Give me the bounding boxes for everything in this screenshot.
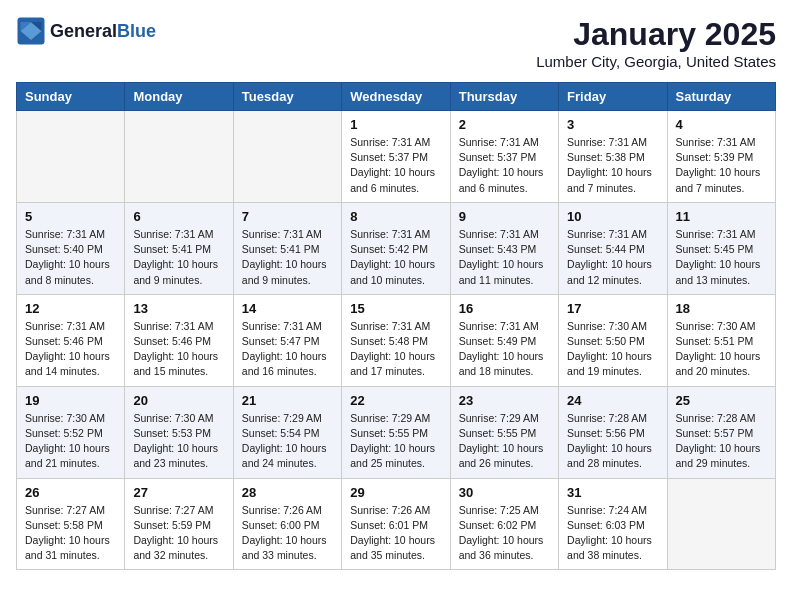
cell-content: Sunrise: 7:28 AM Sunset: 5:57 PM Dayligh… bbox=[676, 411, 767, 472]
calendar-cell: 23Sunrise: 7:29 AM Sunset: 5:55 PM Dayli… bbox=[450, 386, 558, 478]
cell-content: Sunrise: 7:29 AM Sunset: 5:55 PM Dayligh… bbox=[459, 411, 550, 472]
calendar-cell: 31Sunrise: 7:24 AM Sunset: 6:03 PM Dayli… bbox=[559, 478, 667, 570]
day-number: 28 bbox=[242, 485, 333, 500]
logo-blue-text: Blue bbox=[117, 21, 156, 41]
day-number: 15 bbox=[350, 301, 441, 316]
calendar-cell bbox=[17, 111, 125, 203]
day-number: 30 bbox=[459, 485, 550, 500]
day-number: 2 bbox=[459, 117, 550, 132]
day-number: 13 bbox=[133, 301, 224, 316]
day-number: 21 bbox=[242, 393, 333, 408]
cell-content: Sunrise: 7:31 AM Sunset: 5:49 PM Dayligh… bbox=[459, 319, 550, 380]
cell-content: Sunrise: 7:30 AM Sunset: 5:50 PM Dayligh… bbox=[567, 319, 658, 380]
col-header-monday: Monday bbox=[125, 83, 233, 111]
cell-content: Sunrise: 7:24 AM Sunset: 6:03 PM Dayligh… bbox=[567, 503, 658, 564]
day-number: 23 bbox=[459, 393, 550, 408]
page-header: GeneralBlue January 2025 Lumber City, Ge… bbox=[16, 16, 776, 70]
cell-content: Sunrise: 7:31 AM Sunset: 5:41 PM Dayligh… bbox=[133, 227, 224, 288]
calendar-cell: 12Sunrise: 7:31 AM Sunset: 5:46 PM Dayli… bbox=[17, 294, 125, 386]
calendar-cell: 30Sunrise: 7:25 AM Sunset: 6:02 PM Dayli… bbox=[450, 478, 558, 570]
calendar-cell: 20Sunrise: 7:30 AM Sunset: 5:53 PM Dayli… bbox=[125, 386, 233, 478]
day-number: 5 bbox=[25, 209, 116, 224]
calendar-cell: 28Sunrise: 7:26 AM Sunset: 6:00 PM Dayli… bbox=[233, 478, 341, 570]
day-number: 31 bbox=[567, 485, 658, 500]
col-header-wednesday: Wednesday bbox=[342, 83, 450, 111]
calendar-week-row: 5Sunrise: 7:31 AM Sunset: 5:40 PM Daylig… bbox=[17, 202, 776, 294]
calendar-header-row: SundayMondayTuesdayWednesdayThursdayFrid… bbox=[17, 83, 776, 111]
calendar-cell: 7Sunrise: 7:31 AM Sunset: 5:41 PM Daylig… bbox=[233, 202, 341, 294]
col-header-tuesday: Tuesday bbox=[233, 83, 341, 111]
calendar-cell: 11Sunrise: 7:31 AM Sunset: 5:45 PM Dayli… bbox=[667, 202, 775, 294]
cell-content: Sunrise: 7:31 AM Sunset: 5:48 PM Dayligh… bbox=[350, 319, 441, 380]
day-number: 10 bbox=[567, 209, 658, 224]
cell-content: Sunrise: 7:25 AM Sunset: 6:02 PM Dayligh… bbox=[459, 503, 550, 564]
cell-content: Sunrise: 7:29 AM Sunset: 5:55 PM Dayligh… bbox=[350, 411, 441, 472]
calendar-cell: 9Sunrise: 7:31 AM Sunset: 5:43 PM Daylig… bbox=[450, 202, 558, 294]
day-number: 12 bbox=[25, 301, 116, 316]
calendar-cell: 29Sunrise: 7:26 AM Sunset: 6:01 PM Dayli… bbox=[342, 478, 450, 570]
day-number: 7 bbox=[242, 209, 333, 224]
day-number: 17 bbox=[567, 301, 658, 316]
logo: GeneralBlue bbox=[16, 16, 156, 46]
calendar-cell bbox=[125, 111, 233, 203]
location-title: Lumber City, Georgia, United States bbox=[536, 53, 776, 70]
calendar-week-row: 12Sunrise: 7:31 AM Sunset: 5:46 PM Dayli… bbox=[17, 294, 776, 386]
calendar-cell: 24Sunrise: 7:28 AM Sunset: 5:56 PM Dayli… bbox=[559, 386, 667, 478]
day-number: 24 bbox=[567, 393, 658, 408]
cell-content: Sunrise: 7:28 AM Sunset: 5:56 PM Dayligh… bbox=[567, 411, 658, 472]
logo-general-text: General bbox=[50, 21, 117, 41]
calendar-cell bbox=[667, 478, 775, 570]
calendar-week-row: 19Sunrise: 7:30 AM Sunset: 5:52 PM Dayli… bbox=[17, 386, 776, 478]
calendar-cell: 16Sunrise: 7:31 AM Sunset: 5:49 PM Dayli… bbox=[450, 294, 558, 386]
day-number: 19 bbox=[25, 393, 116, 408]
cell-content: Sunrise: 7:31 AM Sunset: 5:45 PM Dayligh… bbox=[676, 227, 767, 288]
day-number: 1 bbox=[350, 117, 441, 132]
day-number: 18 bbox=[676, 301, 767, 316]
calendar-cell: 10Sunrise: 7:31 AM Sunset: 5:44 PM Dayli… bbox=[559, 202, 667, 294]
day-number: 25 bbox=[676, 393, 767, 408]
cell-content: Sunrise: 7:30 AM Sunset: 5:53 PM Dayligh… bbox=[133, 411, 224, 472]
day-number: 14 bbox=[242, 301, 333, 316]
calendar-cell: 4Sunrise: 7:31 AM Sunset: 5:39 PM Daylig… bbox=[667, 111, 775, 203]
day-number: 26 bbox=[25, 485, 116, 500]
cell-content: Sunrise: 7:27 AM Sunset: 5:59 PM Dayligh… bbox=[133, 503, 224, 564]
calendar-table: SundayMondayTuesdayWednesdayThursdayFrid… bbox=[16, 82, 776, 570]
col-header-sunday: Sunday bbox=[17, 83, 125, 111]
logo-icon bbox=[16, 16, 46, 46]
calendar-cell: 3Sunrise: 7:31 AM Sunset: 5:38 PM Daylig… bbox=[559, 111, 667, 203]
calendar-cell: 5Sunrise: 7:31 AM Sunset: 5:40 PM Daylig… bbox=[17, 202, 125, 294]
calendar-cell: 14Sunrise: 7:31 AM Sunset: 5:47 PM Dayli… bbox=[233, 294, 341, 386]
col-header-friday: Friday bbox=[559, 83, 667, 111]
cell-content: Sunrise: 7:31 AM Sunset: 5:40 PM Dayligh… bbox=[25, 227, 116, 288]
calendar-week-row: 1Sunrise: 7:31 AM Sunset: 5:37 PM Daylig… bbox=[17, 111, 776, 203]
cell-content: Sunrise: 7:31 AM Sunset: 5:41 PM Dayligh… bbox=[242, 227, 333, 288]
calendar-cell: 2Sunrise: 7:31 AM Sunset: 5:37 PM Daylig… bbox=[450, 111, 558, 203]
cell-content: Sunrise: 7:31 AM Sunset: 5:39 PM Dayligh… bbox=[676, 135, 767, 196]
cell-content: Sunrise: 7:30 AM Sunset: 5:51 PM Dayligh… bbox=[676, 319, 767, 380]
title-block: January 2025 Lumber City, Georgia, Unite… bbox=[536, 16, 776, 70]
cell-content: Sunrise: 7:31 AM Sunset: 5:46 PM Dayligh… bbox=[25, 319, 116, 380]
col-header-saturday: Saturday bbox=[667, 83, 775, 111]
calendar-cell: 21Sunrise: 7:29 AM Sunset: 5:54 PM Dayli… bbox=[233, 386, 341, 478]
calendar-cell: 26Sunrise: 7:27 AM Sunset: 5:58 PM Dayli… bbox=[17, 478, 125, 570]
day-number: 16 bbox=[459, 301, 550, 316]
day-number: 6 bbox=[133, 209, 224, 224]
calendar-cell: 19Sunrise: 7:30 AM Sunset: 5:52 PM Dayli… bbox=[17, 386, 125, 478]
cell-content: Sunrise: 7:29 AM Sunset: 5:54 PM Dayligh… bbox=[242, 411, 333, 472]
day-number: 27 bbox=[133, 485, 224, 500]
cell-content: Sunrise: 7:31 AM Sunset: 5:38 PM Dayligh… bbox=[567, 135, 658, 196]
calendar-cell: 18Sunrise: 7:30 AM Sunset: 5:51 PM Dayli… bbox=[667, 294, 775, 386]
day-number: 3 bbox=[567, 117, 658, 132]
cell-content: Sunrise: 7:30 AM Sunset: 5:52 PM Dayligh… bbox=[25, 411, 116, 472]
month-title: January 2025 bbox=[536, 16, 776, 53]
cell-content: Sunrise: 7:31 AM Sunset: 5:43 PM Dayligh… bbox=[459, 227, 550, 288]
cell-content: Sunrise: 7:31 AM Sunset: 5:37 PM Dayligh… bbox=[459, 135, 550, 196]
day-number: 22 bbox=[350, 393, 441, 408]
calendar-cell: 13Sunrise: 7:31 AM Sunset: 5:46 PM Dayli… bbox=[125, 294, 233, 386]
day-number: 4 bbox=[676, 117, 767, 132]
day-number: 11 bbox=[676, 209, 767, 224]
day-number: 8 bbox=[350, 209, 441, 224]
cell-content: Sunrise: 7:31 AM Sunset: 5:44 PM Dayligh… bbox=[567, 227, 658, 288]
calendar-week-row: 26Sunrise: 7:27 AM Sunset: 5:58 PM Dayli… bbox=[17, 478, 776, 570]
cell-content: Sunrise: 7:31 AM Sunset: 5:46 PM Dayligh… bbox=[133, 319, 224, 380]
